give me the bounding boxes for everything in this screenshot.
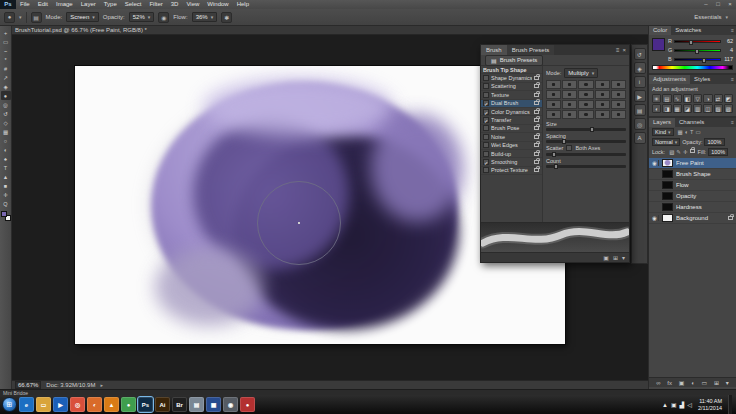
layer-mask-icon[interactable]: ▣ [679,379,685,386]
black-white-icon[interactable]: ◩ [724,94,733,103]
brush-option-smoothing[interactable]: ✓Smoothing [481,158,542,166]
checkbox-icon[interactable] [483,92,489,98]
document-tab[interactable]: BrushTutorial.psd @ 66.7% (Free Paint, R… [12,27,147,33]
brush-tip-thumbnail[interactable] [578,80,593,89]
lock-icon[interactable] [534,152,539,156]
current-color-swatch[interactable] [652,38,665,51]
taskbar-clock[interactable]: 11:40 AM 2/11/2014 [695,398,725,412]
layer-filter-kind-select[interactable]: Kind ▾ [652,128,674,136]
checkbox-icon[interactable] [483,83,489,89]
menu-help[interactable]: Help [233,0,253,9]
channel-mixer-icon[interactable]: ◨ [662,104,671,113]
brush-tip-thumbnail[interactable] [595,100,610,109]
lock-pixels-icon[interactable]: ✎ [676,149,681,155]
properties-panel-icon[interactable]: ▤ [634,104,646,116]
tab-brush-presets[interactable]: Brush Presets [507,45,555,55]
brush-option-transfer[interactable]: ✓Transfer [481,116,542,124]
crop-tool[interactable]: # [1,64,11,73]
r-slider[interactable] [674,40,721,43]
menu-filter[interactable]: Filter [145,0,166,9]
levels-icon[interactable]: ▤ [662,94,671,103]
status-menu-icon[interactable]: ▸ [100,382,103,388]
layer-row-flow[interactable]: Flow [649,180,736,191]
mode-select[interactable]: Screen ▾ [66,12,99,22]
tray-volume-icon[interactable]: ◁ [687,401,692,408]
checkbox-icon[interactable]: ✓ [483,117,489,123]
lock-icon[interactable] [534,84,539,88]
flow-input[interactable]: 36% ▾ [192,12,218,22]
pen-tool[interactable]: ♠ [1,154,11,163]
checkbox-icon[interactable]: ✓ [483,159,489,165]
spot-healing-brush-tool[interactable]: ◈ [1,82,11,91]
lock-icon[interactable] [534,93,539,97]
tray-action-center-icon[interactable]: ▣ [671,401,677,408]
menu-layer[interactable]: Layer [77,0,100,9]
internet-explorer-taskbar-icon[interactable]: e [19,397,34,412]
slider-thumb[interactable] [695,49,699,54]
brush-tip-thumbnail[interactable] [562,110,577,119]
lock-transparency-icon[interactable]: ▨ [669,149,674,155]
illustrator-taskbar-icon[interactable]: Ai [155,397,170,412]
menu-select[interactable]: Select [121,0,146,9]
menu-file[interactable]: File [16,0,34,9]
size-slider[interactable] [546,128,626,131]
lasso-tool[interactable]: ~ [1,46,11,55]
layer-row-hardness[interactable]: Hardness [649,202,736,213]
toggle-brush-panel-icon[interactable]: ▤ [31,12,42,23]
brush-tip-thumbnail[interactable] [595,90,610,99]
brush-tip-thumbnail[interactable] [546,80,561,89]
tab-adjustments[interactable]: Adjustments [649,75,690,84]
lock-icon[interactable] [534,160,539,164]
layer-row-opacity[interactable]: Opacity [649,191,736,202]
new-layer-icon[interactable]: ⊞ [714,379,719,386]
filter-type-icon[interactable]: T [690,129,693,135]
history-brush-tool[interactable]: ↺ [1,109,11,118]
layer-thumbnail[interactable] [662,159,673,167]
brush-tip-thumbnail[interactable] [578,110,593,119]
layer-thumbnail[interactable] [662,181,673,189]
layer-thumbnail[interactable] [662,214,673,222]
threshold-icon[interactable]: ◫ [703,104,712,113]
exposure-icon[interactable]: ◧ [683,94,692,103]
blend-mode-select[interactable]: Normal ▾ [652,138,680,146]
brush-preset-caret-icon[interactable]: ▾ [19,14,22,20]
layer-thumbnail[interactable] [662,203,673,211]
posterize-icon[interactable]: ▥ [693,104,702,113]
brush-option-wet-edges[interactable]: Wet Edges [481,142,542,150]
tab-channels[interactable]: Channels [675,118,708,127]
rectangle-tool[interactable]: ■ [1,181,11,190]
camstudio-taskbar-icon[interactable]: ● [121,397,136,412]
new-brush-icon[interactable]: ⊞ [613,254,618,261]
slider-thumb[interactable] [702,58,706,63]
fill-input[interactable]: 100% [708,148,728,156]
brush-option-brush-pose[interactable]: Brush Pose [481,125,542,133]
layer-thumbnail[interactable] [662,170,673,178]
tab-layers[interactable]: Layers [649,118,675,127]
lock-icon[interactable] [534,168,539,172]
brush-option-protect-texture[interactable]: Protect Texture [481,167,542,175]
color-spectrum-ramp[interactable] [652,65,733,70]
vlc-taskbar-icon[interactable]: ▲ [104,397,119,412]
photoshop-taskbar-icon[interactable]: Ps [138,397,153,412]
menu-edit[interactable]: Edit [34,0,52,9]
checkbox-icon[interactable]: ✓ [483,100,489,106]
move-tool[interactable]: + [1,28,11,37]
brush-tip-thumbnail[interactable] [562,90,577,99]
brush-tool[interactable]: ● [1,91,11,100]
lock-position-icon[interactable]: ✛ [683,149,688,155]
visibility-eye-icon[interactable]: ◉ [651,160,659,166]
new-group-icon[interactable]: ▭ [701,379,707,386]
lock-icon[interactable] [534,135,539,139]
curves-icon[interactable]: ∿ [673,94,682,103]
brush-tip-thumbnail[interactable] [546,100,561,109]
zoom-field[interactable]: 66.67% [15,381,41,389]
movie-maker-taskbar-icon[interactable]: ▦ [206,397,221,412]
airbrush-icon[interactable]: ✱ [221,12,232,23]
rectangular-marquee-tool[interactable]: ▭ [1,37,11,46]
brush-tip-thumbnail[interactable] [546,90,561,99]
filter-adjustment-icon[interactable]: ◐ [685,129,688,135]
camera-taskbar-icon[interactable]: ◉ [223,397,238,412]
recorder-taskbar-icon[interactable]: ● [240,397,255,412]
layer-row-brush-shape[interactable]: Brush Shape [649,169,736,180]
menu-3d[interactable]: 3D [167,0,183,9]
